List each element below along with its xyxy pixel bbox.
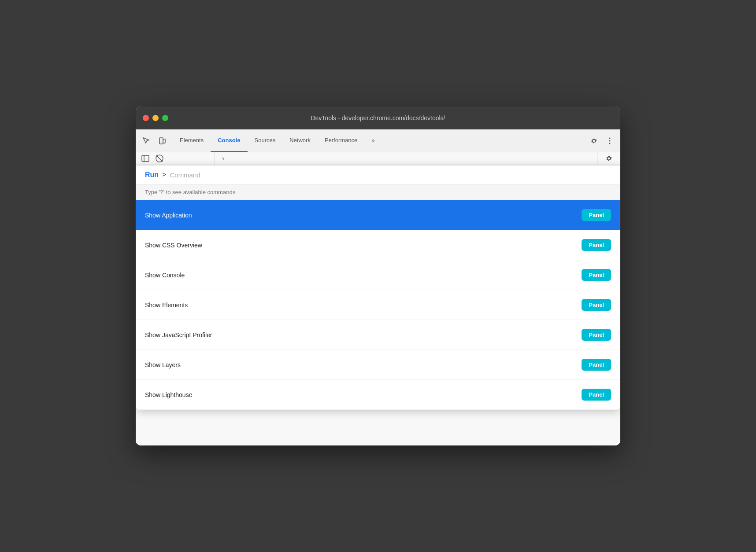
command-item-show-css-overview[interactable]: Show CSS Overview Panel xyxy=(136,230,620,260)
command-item-show-application[interactable]: Show Application Panel xyxy=(136,200,620,230)
command-item-show-lighthouse[interactable]: Show Lighthouse Panel xyxy=(136,380,620,410)
inspect-icon-button[interactable] xyxy=(139,134,153,148)
maximize-button[interactable] xyxy=(162,115,168,121)
expand-icon[interactable]: › xyxy=(220,153,226,164)
window-controls xyxy=(143,115,168,121)
bottom-area xyxy=(136,410,620,445)
run-label: Run xyxy=(145,171,159,179)
devtools-window: DevTools - developer.chrome.com/docs/dev… xyxy=(136,107,620,445)
svg-point-4 xyxy=(609,143,611,144)
command-chevron-icon: > xyxy=(162,171,166,179)
command-item-show-elements[interactable]: Show Elements Panel xyxy=(136,290,620,320)
svg-point-2 xyxy=(609,137,611,139)
tab-elements[interactable]: Elements xyxy=(173,129,211,152)
secondary-toolbar-area: › xyxy=(136,152,620,165)
command-hint: Type '?' to see available commands xyxy=(136,184,620,200)
command-name: Show CSS Overview xyxy=(145,242,202,249)
command-item-show-layers[interactable]: Show Layers Panel xyxy=(136,350,620,380)
window-title: DevTools - developer.chrome.com/docs/dev… xyxy=(311,114,445,121)
panel-badge: Panel xyxy=(582,269,611,281)
command-item-show-console[interactable]: Show Console Panel xyxy=(136,260,620,290)
svg-line-8 xyxy=(156,155,163,162)
panel-badge: Panel xyxy=(582,299,611,311)
settings-icon-button[interactable] xyxy=(587,134,601,148)
svg-rect-1 xyxy=(163,139,165,143)
svg-rect-0 xyxy=(159,138,163,144)
command-item-show-javascript-profiler[interactable]: Show JavaScript Profiler Panel xyxy=(136,320,620,350)
command-input[interactable] xyxy=(170,171,611,179)
titlebar: DevTools - developer.chrome.com/docs/dev… xyxy=(136,107,620,129)
tab-performance[interactable]: Performance xyxy=(318,129,364,152)
more-options-button[interactable] xyxy=(603,134,617,148)
no-icon-button[interactable] xyxy=(153,152,166,165)
device-toggle-button[interactable] xyxy=(155,134,169,148)
command-input-row: Run > xyxy=(136,166,620,184)
panel-badge: Panel xyxy=(582,239,611,251)
svg-point-3 xyxy=(609,140,611,141)
panel-settings-button[interactable] xyxy=(603,152,615,165)
panel-badge: Panel xyxy=(582,389,611,401)
toolbar-right xyxy=(587,134,617,148)
command-name: Show Application xyxy=(145,212,192,219)
command-palette: Run > Type '?' to see available commands… xyxy=(136,165,620,410)
command-name: Show Console xyxy=(145,272,185,279)
secondary-toolbar-left xyxy=(136,152,215,165)
tab-console[interactable]: Console xyxy=(211,129,247,152)
more-tabs-button[interactable]: » xyxy=(364,129,382,152)
command-list: Show Application Panel Show CSS Overview… xyxy=(136,200,620,410)
command-name: Show JavaScript Profiler xyxy=(145,331,212,339)
devtools-toolbar: Elements Console Sources Network Perform… xyxy=(136,129,620,152)
sidebar-toggle-button[interactable] xyxy=(139,152,152,165)
secondary-toolbar-main: › xyxy=(215,152,597,165)
toolbar-left-icons xyxy=(139,134,169,148)
panel-badge: Panel xyxy=(582,329,611,341)
minimize-button[interactable] xyxy=(152,115,159,121)
panel-badge: Panel xyxy=(582,359,611,371)
command-name: Show Elements xyxy=(145,302,188,309)
svg-rect-5 xyxy=(142,155,149,162)
tab-sources[interactable]: Sources xyxy=(248,129,283,152)
command-name: Show Lighthouse xyxy=(145,391,192,398)
command-name: Show Layers xyxy=(145,361,181,368)
toolbar-tabs: Elements Console Sources Network Perform… xyxy=(173,129,587,152)
tab-network[interactable]: Network xyxy=(282,129,318,152)
secondary-toolbar-right xyxy=(597,152,620,165)
close-button[interactable] xyxy=(143,115,149,121)
panel-badge: Panel xyxy=(582,209,611,221)
